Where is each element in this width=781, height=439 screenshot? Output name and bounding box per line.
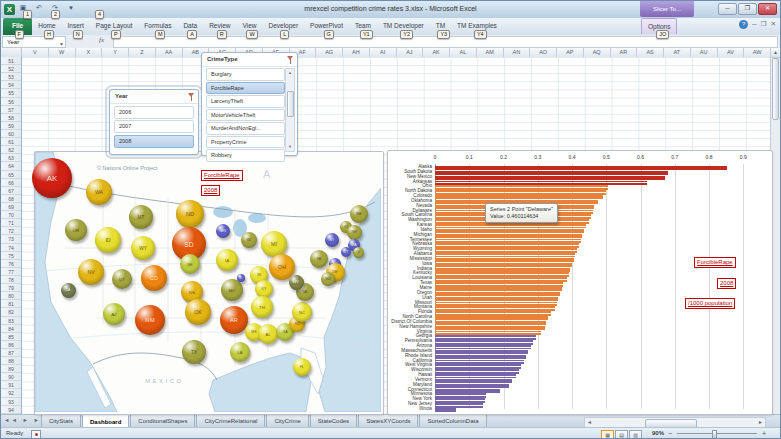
map-bubble-CT[interactable]: CT [341, 247, 351, 257]
column-header-AV[interactable]: AV [718, 48, 745, 57]
row-header-78[interactable]: 78 [1, 276, 21, 284]
row-header-82[interactable]: 82 [1, 308, 21, 316]
map-bubble-AR[interactable]: AR [220, 306, 248, 334]
column-header-Y[interactable]: Y [102, 48, 129, 57]
column-header-V[interactable]: V [22, 48, 49, 57]
map-bubble-NH[interactable]: NH [347, 225, 362, 240]
row-header-77[interactable]: 77 [1, 268, 21, 276]
row-header-90[interactable]: 90 [1, 373, 21, 381]
row-header-75[interactable]: 75 [1, 252, 21, 260]
minimize-workbook-icon[interactable]: ─ [752, 20, 757, 29]
row-header-53[interactable]: 53 [1, 73, 21, 81]
chart-flag-population[interactable]: /1000 population [685, 298, 735, 309]
column-header-AR[interactable]: AR [611, 48, 638, 57]
map-bubble-NV[interactable]: NV [78, 259, 104, 285]
close-workbook-icon[interactable]: ✕ [771, 20, 776, 29]
chart-flag-crimetype[interactable]: ForcibleRape [694, 257, 736, 268]
scroll-left-icon[interactable]: ◄ [585, 418, 594, 427]
column-header-AM[interactable]: AM [477, 48, 504, 57]
row-header-62[interactable]: 62 [1, 146, 21, 154]
slicer-item-forciblerape[interactable]: ForcibleRape [206, 82, 285, 95]
slicer-item-larcenytheft[interactable]: LarcenyTheft [206, 95, 285, 108]
sheet-nav-icons[interactable]: ◄◄ ► ► [4, 417, 41, 423]
column-header-AN[interactable]: AN [504, 48, 531, 57]
column-header-AG[interactable]: AG [316, 48, 343, 57]
column-header-W[interactable]: W [49, 48, 76, 57]
map-bubble-AL[interactable]: AL [258, 324, 278, 344]
row-header-91[interactable]: 91 [1, 381, 21, 389]
slicer-year[interactable]: Year 200620072008 [109, 89, 199, 155]
vertical-scroll-thumb[interactable] [772, 58, 779, 120]
column-header-AJ[interactable]: AJ [397, 48, 424, 57]
us-bubble-map-chart[interactable]: © Nations Online Project A MEXICO Forcib… [34, 151, 384, 415]
slicer-scrollbar[interactable]: ▲▼ [285, 68, 295, 152]
row-header-79[interactable]: 79 [1, 284, 21, 292]
row-header-67[interactable]: 67 [1, 187, 21, 195]
scroll-up-icon[interactable]: ▲ [771, 48, 780, 58]
undo-icon[interactable]: ↶ [34, 4, 44, 12]
column-header-AO[interactable]: AO [530, 48, 557, 57]
column-header-AH[interactable]: AH [343, 48, 370, 57]
map-bubble-WI[interactable]: WI [241, 232, 257, 248]
map-bubble-WV[interactable]: WV [289, 275, 304, 290]
zoom-level[interactable]: 90% [652, 430, 664, 436]
map-bubble-MT[interactable]: MT [129, 205, 153, 229]
row-header-68[interactable]: 68 [1, 195, 21, 203]
slicer-scroll-thumb[interactable] [287, 91, 294, 117]
map-bubble-MN[interactable]: MN [216, 224, 230, 238]
slicer-item-motorvehicletheft[interactable]: MotorVehicleTheft [206, 109, 285, 122]
chart-flag-year[interactable]: 2008 [717, 278, 736, 289]
row-header-56[interactable]: 56 [1, 98, 21, 106]
scroll-up-icon[interactable]: ▲ [286, 69, 294, 77]
map-bubble-NE[interactable]: NE [180, 254, 200, 274]
map-bubble-NC[interactable]: NC [292, 302, 312, 322]
chart-bar-illinois-series2[interactable] [435, 410, 456, 412]
slicer-item-propertycrime[interactable]: PropertyCrime [206, 136, 285, 149]
map-bubble-CO[interactable]: CO [141, 265, 167, 291]
restore-workbook-icon[interactable]: ❐ [761, 20, 767, 29]
slicer-item-murderandnonegl[interactable]: MurderAndNonEgl... [206, 122, 285, 135]
select-all-corner[interactable] [1, 48, 22, 57]
column-header-AP[interactable]: AP [557, 48, 584, 57]
row-header-73[interactable]: 73 [1, 235, 21, 243]
row-header-52[interactable]: 52 [1, 65, 21, 73]
map-bubble-UT[interactable]: UT [112, 269, 132, 289]
row-header-69[interactable]: 69 [1, 203, 21, 211]
scroll-right-icon[interactable]: ► [756, 418, 765, 427]
slicer-crimetype[interactable]: CrimeType BurglaryForcibleRapeLarcenyThe… [201, 52, 298, 156]
map-bubble-OK[interactable]: OK [185, 299, 211, 325]
column-header-AI[interactable]: AI [370, 48, 397, 57]
map-bubble-NY[interactable]: NY [325, 233, 339, 247]
row-header-70[interactable]: 70 [1, 211, 21, 219]
row-header-87[interactable]: 87 [1, 349, 21, 357]
map-bubble-IL[interactable]: IL [237, 274, 245, 282]
column-header-AA[interactable]: AA [156, 48, 183, 57]
row-header-94[interactable]: 94 [1, 406, 21, 414]
row-header-93[interactable]: 93 [1, 398, 21, 406]
row-header-63[interactable]: 63 [1, 154, 21, 162]
map-bubble-RI[interactable]: RI [353, 247, 364, 258]
column-header-AT[interactable]: AT [664, 48, 691, 57]
map-bubble-IA[interactable]: IA [216, 249, 238, 271]
map-bubble-LA[interactable]: LA [230, 342, 250, 362]
column-header-AQ[interactable]: AQ [584, 48, 611, 57]
zoom-slider-track[interactable] [677, 433, 757, 434]
row-header-81[interactable]: 81 [1, 300, 21, 308]
map-flag-crimetype[interactable]: ForcibleRape [201, 170, 243, 181]
help-icon[interactable]: ? [739, 20, 748, 29]
row-header-59[interactable]: 59 [1, 122, 21, 130]
row-header-89[interactable]: 89 [1, 365, 21, 373]
row-header-71[interactable]: 71 [1, 219, 21, 227]
row-header-83[interactable]: 83 [1, 317, 21, 325]
slicer-item-2006[interactable]: 2006 [114, 106, 194, 119]
maximize-button[interactable]: ❐ [738, 3, 757, 15]
row-header-76[interactable]: 76 [1, 260, 21, 268]
row-header-61[interactable]: 61 [1, 138, 21, 146]
map-bubble-ND[interactable]: ND [176, 200, 204, 228]
fx-icon[interactable]: fx [99, 36, 104, 44]
row-header-66[interactable]: 66 [1, 179, 21, 187]
row-header-60[interactable]: 60 [1, 130, 21, 138]
row-header-64[interactable]: 64 [1, 162, 21, 170]
minimize-button[interactable]: ─ [718, 3, 737, 15]
row-header-84[interactable]: 84 [1, 325, 21, 333]
